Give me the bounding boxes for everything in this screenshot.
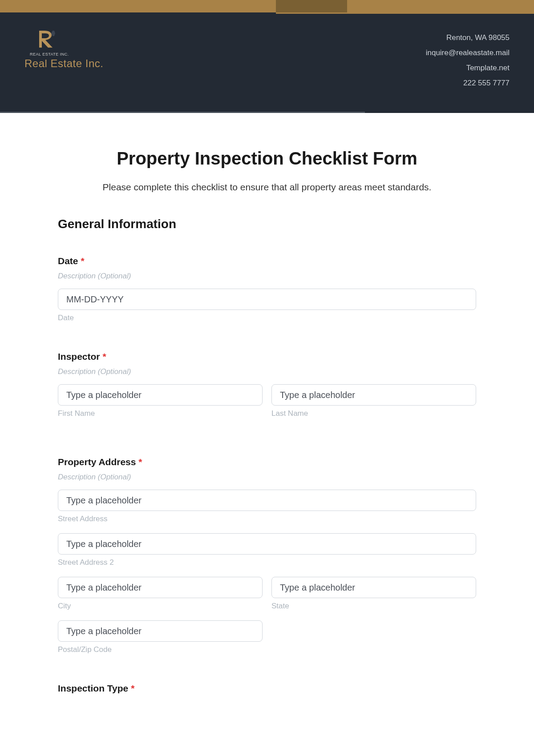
field-description-inspector[interactable]: Description (Optional): [58, 367, 476, 376]
field-label-inspection-type: Inspection Type *: [58, 683, 476, 694]
field-group-date: Date * Description (Optional) Date: [58, 256, 476, 322]
sublabel-postal: Postal/Zip Code: [58, 645, 263, 654]
form-title: Property Inspection Checklist Form: [58, 149, 476, 169]
sublabel-state: State: [271, 602, 476, 611]
field-label-date: Date *: [58, 256, 476, 266]
company-logo-icon: [36, 28, 58, 50]
contact-email: inquire@realeastate.mail: [426, 45, 510, 60]
field-group-inspection-type: Inspection Type *: [58, 683, 476, 694]
sublabel-street2: Street Address 2: [58, 558, 476, 567]
sublabel-date: Date: [58, 314, 476, 322]
logo-subtext: REAL ESTATE INC.: [30, 52, 69, 56]
header-accent-dark: [276, 0, 347, 12]
field-label-address: Property Address *: [58, 457, 476, 467]
header: REAL ESTATE INC. Real Estate Inc. Renton…: [0, 12, 534, 113]
header-contact: Renton, WA 98055 inquire@realeastate.mai…: [426, 28, 510, 91]
contact-phone: 222 555 7777: [426, 76, 510, 91]
required-indicator: *: [131, 683, 134, 693]
required-indicator: *: [102, 351, 106, 362]
city-input[interactable]: [58, 577, 263, 598]
contact-address: Renton, WA 98055: [426, 30, 510, 45]
section-title-general: General Information: [58, 217, 476, 231]
field-group-inspector: Inspector * Description (Optional) First…: [58, 351, 476, 428]
state-input[interactable]: [271, 577, 476, 598]
logo-block: REAL ESTATE INC. Real Estate Inc.: [24, 28, 103, 70]
inspector-first-name-input[interactable]: [58, 384, 263, 406]
date-input[interactable]: [58, 289, 476, 310]
contact-website: Template.net: [426, 60, 510, 76]
field-description-address[interactable]: Description (Optional): [58, 473, 476, 482]
required-indicator: *: [138, 457, 142, 467]
sublabel-first-name: First Name: [58, 409, 263, 418]
header-accent-bar: [0, 0, 534, 12]
inspector-last-name-input[interactable]: [271, 384, 476, 406]
street-address-input[interactable]: [58, 490, 476, 511]
sublabel-street1: Street Address: [58, 515, 476, 523]
field-group-address: Property Address * Description (Optional…: [58, 457, 476, 654]
sublabel-city: City: [58, 602, 263, 611]
form-content: Property Inspection Checklist Form Pleas…: [0, 113, 534, 740]
required-indicator: *: [81, 256, 84, 266]
field-label-inspector: Inspector *: [58, 351, 476, 362]
field-description-date[interactable]: Description (Optional): [58, 272, 476, 281]
street-address-2-input[interactable]: [58, 533, 476, 555]
sublabel-last-name: Last Name: [271, 409, 476, 418]
postal-code-input[interactable]: [58, 620, 263, 642]
company-name: Real Estate Inc.: [24, 57, 103, 70]
form-subtitle: Please complete this checklist to ensure…: [58, 182, 476, 193]
